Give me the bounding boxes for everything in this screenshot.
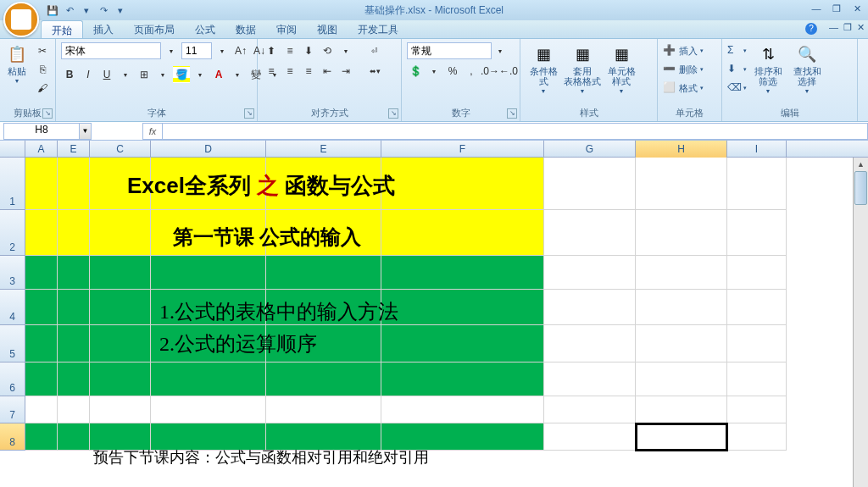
- cell[interactable]: [90, 256, 151, 290]
- cell-styles-button[interactable]: ▦ 单元格 样式 ▼: [604, 42, 639, 96]
- cell[interactable]: [381, 290, 544, 325]
- numfmt-dropdown[interactable]: ▼: [492, 42, 509, 59]
- cell[interactable]: [636, 210, 727, 256]
- row-header-5[interactable]: 5: [0, 325, 25, 362]
- cut-button[interactable]: ✂: [34, 42, 51, 59]
- redo-icon[interactable]: ↷: [97, 3, 110, 17]
- cell[interactable]: [727, 423, 787, 451]
- cell[interactable]: [25, 396, 58, 423]
- cell[interactable]: [544, 290, 636, 325]
- percent-button[interactable]: %: [444, 63, 461, 80]
- row-header-3[interactable]: 3: [0, 256, 25, 290]
- maximize-button[interactable]: ❐: [829, 3, 844, 17]
- font-launcher[interactable]: ↘: [244, 108, 254, 119]
- delete-cells-button[interactable]: ➖删除▾: [663, 61, 704, 78]
- ribbon-close-icon[interactable]: ✕: [857, 22, 865, 33]
- office-button[interactable]: [3, 2, 39, 37]
- number-launcher[interactable]: ↘: [507, 108, 517, 119]
- cell[interactable]: [151, 256, 266, 290]
- cell[interactable]: [151, 396, 266, 423]
- fontcolor-dropdown[interactable]: ▼: [229, 66, 246, 83]
- qat-customize-icon[interactable]: ▾: [114, 3, 127, 17]
- cell[interactable]: [636, 158, 727, 210]
- col-header-G[interactable]: G: [544, 141, 636, 158]
- merge-button[interactable]: ⬌▾: [358, 63, 392, 80]
- cell[interactable]: [381, 396, 544, 423]
- cell[interactable]: [58, 325, 90, 362]
- cell[interactable]: [25, 210, 58, 256]
- name-box-dropdown[interactable]: ▼: [80, 123, 92, 140]
- cell[interactable]: [727, 210, 787, 256]
- tab-insert[interactable]: 插入: [83, 20, 124, 38]
- currency-button[interactable]: 💲: [407, 63, 424, 80]
- number-format-select[interactable]: [407, 42, 492, 59]
- align-right-button[interactable]: ≡: [300, 63, 317, 80]
- select-all-corner[interactable]: [0, 141, 25, 158]
- table-format-button[interactable]: ▦ 套用 表格格式 ▼: [565, 42, 600, 96]
- cell[interactable]: [636, 290, 727, 325]
- size-dropdown-icon[interactable]: ▼: [214, 42, 231, 59]
- bold-button[interactable]: B: [61, 66, 78, 83]
- row-header-2[interactable]: 2: [0, 210, 25, 256]
- cell[interactable]: [381, 325, 544, 362]
- insert-cells-button[interactable]: ➕插入▾: [663, 42, 704, 59]
- formula-bar[interactable]: [163, 123, 868, 140]
- row-header-7[interactable]: 7: [0, 396, 25, 423]
- font-name-select[interactable]: [61, 42, 161, 59]
- minimize-button[interactable]: —: [809, 3, 824, 17]
- align-top-button[interactable]: ⬆: [263, 42, 280, 59]
- cell[interactable]: [727, 325, 787, 362]
- row-header-1[interactable]: 1: [0, 158, 25, 210]
- col-header-A[interactable]: A: [25, 141, 58, 158]
- cell[interactable]: [58, 290, 90, 325]
- cell[interactable]: [727, 290, 787, 325]
- currency-dropdown[interactable]: ▼: [426, 63, 442, 80]
- cell[interactable]: [266, 256, 381, 290]
- cell[interactable]: [25, 256, 58, 290]
- cell[interactable]: [151, 362, 266, 396]
- cell[interactable]: [727, 256, 787, 290]
- font-color-button[interactable]: A: [210, 66, 227, 83]
- cell[interactable]: [25, 158, 58, 210]
- cell[interactable]: [25, 362, 58, 396]
- conditional-format-button[interactable]: ▦ 条件格式 ▼: [526, 42, 561, 96]
- cell[interactable]: [58, 396, 90, 423]
- col-header-I[interactable]: I: [727, 141, 787, 158]
- align-left-button[interactable]: ≡: [263, 63, 280, 80]
- name-box[interactable]: H8: [3, 123, 80, 140]
- scroll-up-icon[interactable]: ▲: [854, 158, 868, 171]
- border-button[interactable]: ⊞: [136, 66, 153, 83]
- cell[interactable]: [90, 325, 151, 362]
- cell[interactable]: [544, 362, 636, 396]
- cell[interactable]: [381, 256, 544, 290]
- undo-icon[interactable]: ↶: [63, 3, 76, 17]
- tab-formulas[interactable]: 公式: [185, 20, 225, 38]
- fill-dropdown[interactable]: ▼: [192, 66, 209, 83]
- align-middle-button[interactable]: ≡: [281, 42, 298, 59]
- cell[interactable]: [381, 158, 544, 210]
- cell[interactable]: [544, 396, 636, 423]
- clipboard-launcher[interactable]: ↘: [42, 108, 53, 119]
- cell[interactable]: [25, 290, 58, 325]
- cell[interactable]: [58, 423, 90, 451]
- sort-filter-button[interactable]: ⇅ 排序和 筛选 ▼: [750, 42, 786, 96]
- cell[interactable]: [544, 210, 636, 256]
- tab-view[interactable]: 视图: [307, 20, 348, 38]
- align-launcher[interactable]: ↘: [388, 108, 398, 119]
- tab-review[interactable]: 审阅: [266, 20, 307, 38]
- cell[interactable]: [90, 362, 151, 396]
- underline-button[interactable]: U: [98, 66, 115, 83]
- cell[interactable]: [544, 256, 636, 290]
- col-header-E[interactable]: E: [266, 141, 381, 158]
- cell[interactable]: [58, 362, 90, 396]
- vertical-scrollbar[interactable]: ▲ ▼: [853, 158, 868, 487]
- cell[interactable]: [58, 210, 90, 256]
- format-cells-button[interactable]: ⬜格式▾: [663, 80, 704, 97]
- tab-page-layout[interactable]: 页面布局: [124, 20, 185, 38]
- increase-font-button[interactable]: A↑: [232, 42, 249, 59]
- align-center-button[interactable]: ≡: [281, 63, 298, 80]
- col-header-H[interactable]: H: [636, 141, 727, 158]
- decrease-decimal-button[interactable]: ←.0: [500, 63, 517, 80]
- fill-color-button[interactable]: 🪣: [173, 66, 190, 83]
- cell[interactable]: [25, 325, 58, 362]
